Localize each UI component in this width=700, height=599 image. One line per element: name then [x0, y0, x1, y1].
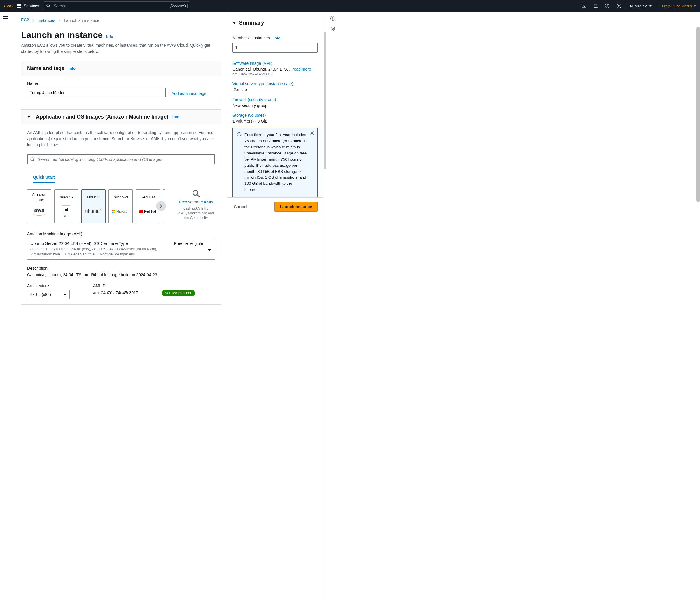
architecture-value: 64-bit (x86)	[30, 292, 51, 297]
caret-down-icon	[649, 5, 652, 7]
divider	[656, 3, 656, 9]
summary-header[interactable]: Summary	[227, 15, 323, 31]
summary-ami-id: ami-04b70fa74e45c3917	[232, 72, 318, 76]
svg-line-8	[33, 160, 34, 161]
summary-instance-type-link[interactable]: Virtual server type (instance type)	[232, 81, 293, 86]
close-icon[interactable]	[310, 131, 315, 136]
search-input[interactable]	[43, 1, 191, 10]
breadcrumb-instances[interactable]: Instances	[38, 18, 55, 23]
ubuntu-logo-icon: ubuntu®	[83, 204, 104, 218]
global-search: [Option+S]	[43, 1, 191, 10]
summary-ami-link[interactable]: Software Image (AMI)	[232, 61, 272, 66]
summary-panel: Summary Number of instances Info Softwar…	[227, 15, 323, 596]
info-link[interactable]: Info	[69, 66, 76, 71]
summary-security-group-value: New security group	[232, 103, 318, 108]
svg-point-6	[618, 5, 620, 7]
os-tile-macos[interactable]: macOS 🖥Mac	[54, 189, 78, 223]
caret-down-icon	[27, 116, 31, 118]
right-rail	[326, 12, 339, 599]
region-label: N. Virginia	[630, 4, 648, 8]
region-selector[interactable]: N. Virginia	[630, 4, 652, 8]
os-tile-ubuntu[interactable]: Ubuntu ubuntu®	[81, 189, 106, 223]
ami-card: Application and OS Images (Amazon Machin…	[21, 110, 221, 305]
free-tier-alert: Free tier: In your first year includes 7…	[232, 127, 318, 197]
summary-security-group-link[interactable]: Firewall (security group)	[232, 97, 276, 102]
hamburger-icon[interactable]	[3, 15, 8, 19]
grid-icon	[17, 3, 21, 8]
scrollbar-thumb[interactable]	[324, 32, 326, 169]
browse-more-amis-link[interactable]: Browse more AMIs	[177, 200, 215, 204]
tab-quick-start[interactable]: Quick Start	[33, 172, 55, 183]
summary-ami-line: Canonical, Ubuntu, 24.04 LTS, ...read mo…	[232, 67, 318, 72]
redhat-logo-icon: Red Hat	[137, 204, 158, 218]
services-menu[interactable]: Services	[17, 3, 40, 8]
svg-point-7	[31, 158, 33, 160]
cancel-button[interactable]: Cancel	[232, 202, 249, 211]
gear-icon[interactable]	[616, 3, 622, 8]
svg-point-18	[332, 17, 333, 18]
summary-instance-type-value: t2.micro	[232, 87, 318, 92]
breadcrumb-current: Launch an instance	[64, 18, 99, 23]
svg-line-1	[49, 6, 50, 7]
services-label: Services	[24, 3, 40, 8]
card-title: Name and tags	[27, 65, 65, 72]
alert-text: In your first year includes 750 hours of…	[244, 133, 306, 192]
summary-storage-link[interactable]: Storage (volumes)	[232, 113, 266, 118]
verified-provider-badge: Verified provider	[161, 290, 195, 296]
svg-point-9	[193, 191, 198, 195]
page-info-link[interactable]: Info	[106, 34, 113, 39]
caret-down-icon	[694, 5, 696, 7]
os-tile-label: Ubuntu	[87, 192, 100, 202]
info-link[interactable]: Info	[172, 115, 179, 119]
free-tier-badge: Free tier eligible	[174, 241, 203, 246]
ami-card-header[interactable]: Application and OS Images (Amazon Machin…	[21, 110, 221, 124]
ami-select-title: Ubuntu Server 22.04 LTS (HVM), SSD Volum…	[30, 241, 128, 246]
scrollbar-thumb[interactable]	[697, 27, 700, 202]
ami-id-value: ami-04b70fa74e45c3917	[93, 290, 138, 295]
bell-icon[interactable]	[593, 3, 598, 8]
name-label: Name	[27, 81, 166, 86]
carousel-next-button[interactable]	[156, 201, 166, 211]
aws-logo-icon: aws	[29, 204, 50, 218]
search-icon	[192, 189, 200, 198]
name-and-tags-card: Name and tags Info Name Add additional t…	[21, 61, 221, 103]
ami-dropdown[interactable]: Ubuntu Server 22.04 LTS (HVM), SSD Volum…	[27, 238, 215, 260]
cloudshell-icon[interactable]	[581, 3, 586, 8]
left-rail	[0, 12, 11, 599]
alert-bold: Free tier:	[244, 133, 261, 137]
caret-down-icon	[232, 22, 236, 24]
info-link[interactable]: Info	[273, 36, 280, 40]
topnav-icons	[581, 3, 622, 8]
chevron-right-icon	[32, 19, 35, 22]
page-description: Amazon EC2 allows you to create virtual …	[21, 42, 219, 54]
architecture-select[interactable]: 64-bit (x86)	[27, 290, 70, 299]
help-icon[interactable]	[605, 3, 610, 8]
launch-instance-button[interactable]: Launch instance	[274, 202, 318, 212]
os-tile-amazon-linux[interactable]: Amazon Linux aws	[27, 189, 51, 223]
microsoft-logo-icon: Microsoft	[110, 204, 131, 218]
ami-ids-line: ami-0e001c9271cf7f3b9 (64-bit (x86)) / a…	[30, 247, 203, 251]
breadcrumb: EC2 Instances Launch an instance	[21, 12, 221, 27]
card-title: Application and OS Images (Amazon Machin…	[36, 114, 168, 120]
svg-point-0	[47, 4, 49, 7]
os-tile-windows[interactable]: Windows Microsoft	[108, 189, 133, 223]
description-value: Canonical, Ubuntu, 24.04 LTS, amd64 nobl…	[27, 272, 215, 277]
ami-search-input[interactable]	[27, 154, 215, 164]
add-additional-tags-link[interactable]: Add additional tags	[172, 91, 206, 96]
num-instances-input[interactable]	[232, 43, 318, 52]
svg-point-13	[239, 133, 240, 134]
breadcrumb-ec2[interactable]: EC2	[21, 18, 29, 23]
search-shortcut: [Option+S]	[170, 3, 188, 7]
instance-name-input[interactable]	[27, 88, 166, 97]
shield-clock-icon[interactable]	[330, 26, 335, 31]
aws-logo[interactable]: aws	[4, 3, 12, 8]
mac-logo-icon: 🖥Mac	[56, 204, 77, 218]
read-more-link[interactable]: read more	[293, 67, 311, 72]
top-nav: aws Services [Option+S] N. Virginia Turn…	[0, 0, 700, 12]
os-tile-label: macOS	[60, 192, 73, 202]
account-selector[interactable]: Turnip Juice Media	[660, 4, 696, 8]
search-icon	[30, 157, 35, 162]
search-icon	[46, 3, 51, 8]
browse-more-subtext: Including AMIs from AWS, Marketplace and…	[177, 206, 215, 220]
info-icon[interactable]	[330, 16, 335, 21]
